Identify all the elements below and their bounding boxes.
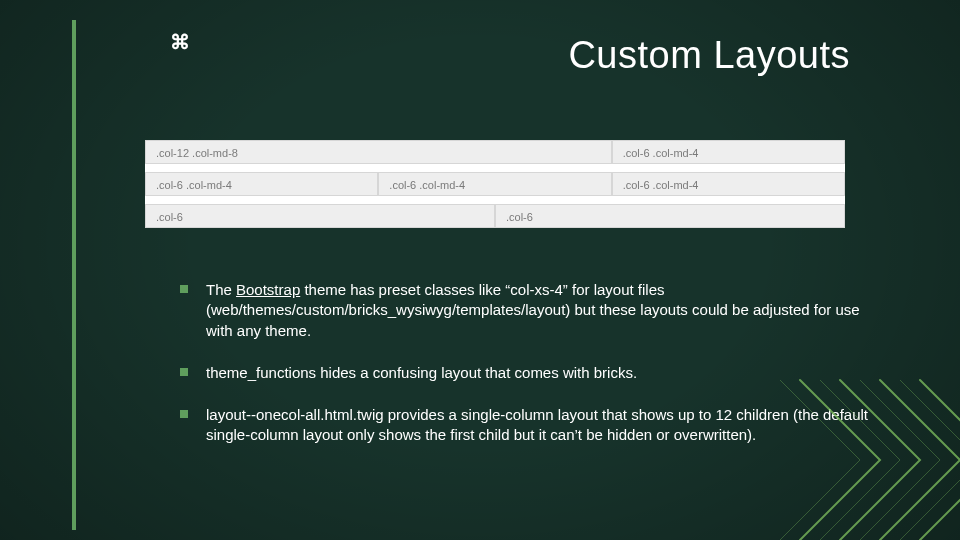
grid-gap [145, 196, 845, 204]
slide: ⌘ Custom Layouts .col-12 .col-md-8 .col-… [0, 0, 960, 540]
bullet-text: theme has preset classes like “col-xs-4”… [206, 281, 860, 339]
grid-row-3: .col-6 .col-6 [145, 204, 845, 228]
grid-cell: .col-6 .col-md-4 [612, 172, 845, 196]
grid-row-1: .col-12 .col-md-8 .col-6 .col-md-4 [145, 140, 845, 164]
decorative-chevrons [770, 350, 960, 540]
accent-bar [72, 20, 76, 530]
bullet-text: theme_functions hides a confusing layout… [206, 364, 637, 381]
bullet-text: layout--onecol-all.html.twig provides a … [206, 406, 868, 443]
slide-logo-mark: ⌘ [170, 30, 190, 54]
grid-cell: .col-6 .col-md-4 [145, 172, 378, 196]
slide-title: Custom Layouts [568, 34, 850, 77]
grid-gap [145, 164, 845, 172]
bullet-text: The [206, 281, 236, 298]
bootstrap-link[interactable]: Bootstrap [236, 281, 300, 298]
grid-example: .col-12 .col-md-8 .col-6 .col-md-4 .col-… [145, 140, 845, 228]
bullet-item: The Bootstrap theme has preset classes l… [180, 280, 885, 341]
grid-cell: .col-12 .col-md-8 [145, 140, 612, 164]
grid-cell: .col-6 .col-md-4 [378, 172, 611, 196]
grid-cell: .col-6 [145, 204, 495, 228]
grid-cell: .col-6 .col-md-4 [612, 140, 845, 164]
grid-cell: .col-6 [495, 204, 845, 228]
grid-row-2: .col-6 .col-md-4 .col-6 .col-md-4 .col-6… [145, 172, 845, 196]
